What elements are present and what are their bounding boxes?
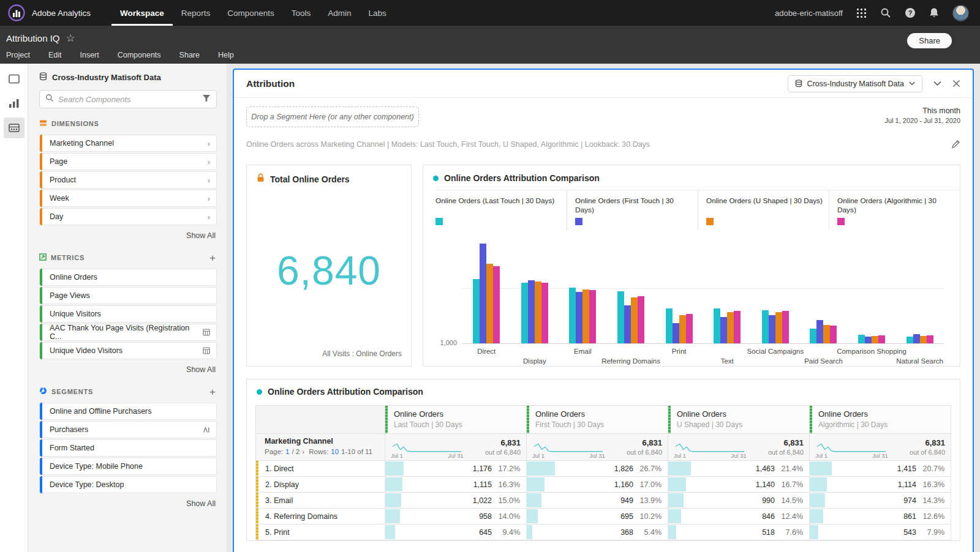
sidebar-item-day[interactable]: Day› (39, 208, 217, 225)
table-value-cell[interactable]: 84612.4% (668, 509, 809, 524)
topnav-item-reports[interactable]: Reports (173, 0, 219, 26)
bar-group-paid-search[interactable]: Paid Search (799, 235, 848, 343)
bar-natural-search[interactable] (913, 334, 920, 343)
table-value-cell[interactable]: 5437.9% (809, 524, 951, 540)
bar-email[interactable] (576, 292, 582, 343)
menu-item-insert[interactable]: Insert (70, 51, 108, 59)
sidebar-item-aac-thank-you-page-visits-registration-c[interactable]: AAC Thank You Page Visits (Registration … (39, 324, 217, 341)
bar-comparison-shopping[interactable] (865, 337, 872, 343)
table-summary-cell-3[interactable]: Jul 1Jul 316,831out of 6,840 (809, 434, 951, 461)
visualization-dot-icon[interactable] (257, 389, 262, 395)
bar-referring-domains[interactable] (617, 291, 624, 343)
table-column-header-0[interactable]: Online OrdersLast Touch | 30 Days (385, 406, 526, 434)
bar-paid-search[interactable] (830, 326, 837, 343)
table-value-cell[interactable]: 1,17617.2% (385, 461, 526, 477)
bar-direct[interactable] (473, 279, 480, 343)
bar-text[interactable] (734, 311, 741, 343)
sidebar-item-page-views[interactable]: Page Views (39, 287, 217, 304)
add-segments-button[interactable]: + (209, 387, 217, 397)
legend-item-1[interactable]: Online Orders (First Touch | 30 Days) (567, 190, 698, 230)
dataset-selector[interactable]: Cross-Industry Matisoft Data (788, 75, 922, 92)
bar-group-social-campaigns[interactable]: Social Campaigns (752, 235, 800, 343)
bar-print[interactable] (679, 315, 686, 343)
collapse-panel-icon[interactable] (933, 81, 941, 86)
table-value-cell[interactable]: 1,46321.4% (668, 461, 809, 477)
table-value-cell[interactable]: 94913.9% (526, 493, 668, 509)
topnav-item-tools[interactable]: Tools (283, 0, 320, 26)
search-icon[interactable] (880, 7, 891, 18)
table-value-cell[interactable]: 99014.5% (668, 493, 809, 509)
bar-print[interactable] (673, 323, 679, 343)
close-panel-icon[interactable] (952, 80, 960, 88)
bar-text[interactable] (727, 312, 734, 343)
bar-group-display[interactable]: Display (511, 235, 559, 343)
sidebar-item-device-type-mobile-phone[interactable]: Device Type: Mobile Phone (39, 458, 217, 475)
table-value-cell[interactable]: 1,11416.3% (809, 477, 951, 493)
bar-print[interactable] (666, 308, 673, 343)
table-value-cell[interactable]: 5187.6% (668, 524, 809, 540)
bar-direct[interactable] (480, 244, 486, 343)
bar-social-campaigns[interactable] (762, 310, 769, 343)
table-column-header-3[interactable]: Online OrdersAlgorithmic | 30 Days (809, 406, 951, 434)
bar-group-comparison-shopping[interactable]: Comparison Shopping (848, 235, 896, 343)
legend-item-2[interactable]: Online Orders (U Shaped | 30 Days) (698, 190, 829, 230)
table-value-cell[interactable]: 97414.3% (809, 493, 951, 509)
sidebar-item-purchasers[interactable]: Purchasers (39, 421, 217, 438)
bar-display[interactable] (528, 280, 535, 343)
table-row-label-4-referring-domains[interactable]: 4. Referring Domains (256, 509, 385, 524)
bar-text[interactable] (714, 308, 720, 343)
bar-email[interactable] (589, 290, 596, 343)
filter-funnel-icon[interactable] (202, 94, 211, 105)
rail-visualizations-icon[interactable] (4, 93, 24, 114)
menu-item-share[interactable]: Share (170, 51, 209, 59)
bar-comparison-shopping[interactable] (858, 335, 865, 343)
page-number-link[interactable]: 1 (285, 448, 289, 455)
bar-direct[interactable] (493, 266, 500, 343)
sidebar-item-online-orders[interactable]: Online Orders (39, 269, 217, 286)
bar-social-campaigns[interactable] (782, 311, 789, 343)
bar-comparison-shopping[interactable] (878, 335, 885, 343)
table-value-cell[interactable]: 1,14016.7% (668, 477, 809, 493)
table-dimension-header[interactable]: Marketing ChannelPage:1/ 2› Rows:101-10 … (256, 434, 385, 461)
search-components-input[interactable] (58, 95, 202, 104)
table-value-cell[interactable]: 86112.6% (809, 509, 951, 524)
bar-chart[interactable]: 1,000DirectDisplayEmailReferring Domains… (462, 235, 944, 344)
bar-paid-search[interactable] (816, 320, 823, 343)
table-value-cell[interactable]: 1,82626.7% (526, 461, 668, 477)
table-value-cell[interactable]: 1,02215.0% (385, 493, 526, 509)
bar-social-campaigns[interactable] (769, 315, 775, 343)
bar-natural-search[interactable] (927, 335, 933, 343)
bar-direct[interactable] (486, 264, 493, 343)
table-value-cell[interactable]: 6459.4% (385, 524, 526, 540)
next-page-chevron[interactable]: › (302, 448, 304, 455)
bar-referring-domains[interactable] (638, 296, 644, 343)
legend-item-0[interactable]: Online Orders (Last Touch | 30 Days) (435, 190, 567, 230)
table-value-cell[interactable]: 95814.0% (385, 509, 526, 524)
bar-email[interactable] (582, 289, 589, 343)
bar-group-print[interactable]: Print (655, 235, 703, 343)
menu-item-project[interactable]: Project (6, 51, 39, 59)
bar-group-natural-search[interactable]: Natural Search (895, 235, 944, 343)
visualization-dot-icon[interactable] (433, 176, 439, 181)
table-value-cell[interactable]: 69510.2% (526, 509, 668, 524)
notifications-bell-icon[interactable] (929, 7, 939, 18)
sidebar-item-form-started[interactable]: Form Started (39, 439, 217, 457)
segment-drop-zone[interactable]: Drop a Segment Here (or any other compon… (246, 106, 419, 127)
rail-components-icon[interactable] (4, 117, 24, 138)
bar-referring-domains[interactable] (631, 297, 638, 343)
sidebar-item-device-type-desktop[interactable]: Device Type: Desktop (39, 476, 217, 493)
bar-paid-search[interactable] (810, 329, 816, 343)
table-row-label-5-print[interactable]: 5. Print (256, 524, 385, 540)
bar-natural-search[interactable] (920, 336, 927, 343)
show-all-dimensions[interactable]: Show All (39, 226, 217, 248)
bar-group-referring-domains[interactable]: Referring Domains (607, 235, 655, 343)
date-range-picker[interactable]: This month Jul 1, 2020 - Jul 31, 2020 (884, 106, 960, 124)
bar-paid-search[interactable] (823, 325, 830, 343)
show-all-segments[interactable]: Show All (39, 494, 217, 517)
table-row-label-3-email[interactable]: 3. Email (256, 493, 385, 509)
bar-print[interactable] (686, 314, 693, 343)
bar-comparison-shopping[interactable] (872, 336, 878, 343)
user-avatar[interactable] (952, 5, 969, 21)
star-icon[interactable]: ☆ (66, 33, 75, 43)
topnav-item-workspace[interactable]: Workspace (111, 0, 173, 26)
